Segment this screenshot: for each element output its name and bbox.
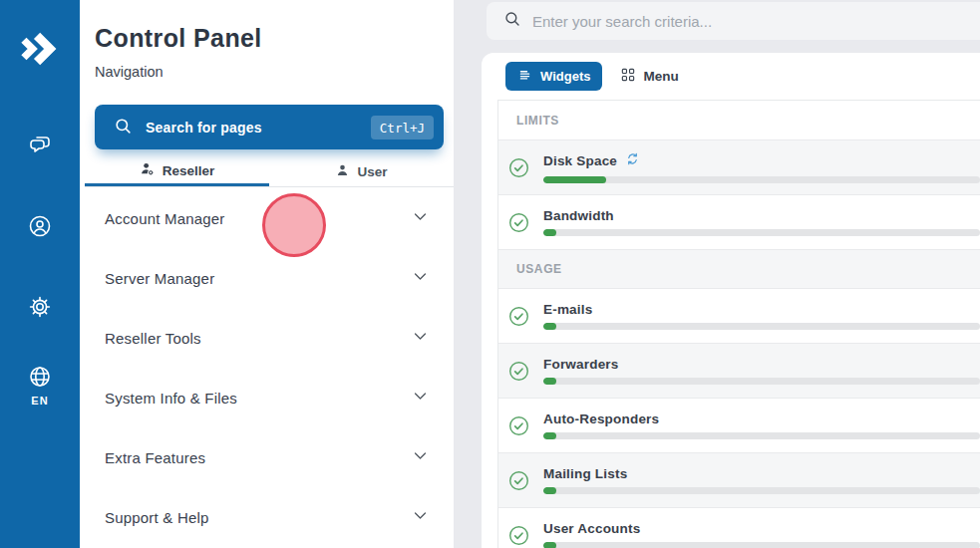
- widget-row-body: Disk Space: [543, 151, 980, 183]
- widget-label: Forwarders: [543, 357, 619, 372]
- widgets-view-label: Widgets: [540, 69, 590, 84]
- settings-icon[interactable]: [28, 295, 52, 319]
- search-criteria-input[interactable]: [532, 13, 980, 30]
- page: EN Control Panel Navigation Search for p…: [0, 0, 980, 548]
- nav-menu-item[interactable]: Support & Help: [85, 487, 454, 547]
- widget-row-body: Bandwidth: [543, 208, 980, 236]
- tab-reseller-label: Reseller: [163, 163, 215, 178]
- progress-fill: [543, 542, 556, 548]
- progress-track: [543, 487, 980, 494]
- search-pages-button[interactable]: Search for pages Ctrl+J: [95, 105, 444, 149]
- check-circle-icon: [508, 157, 529, 178]
- progress-track: [543, 432, 980, 439]
- nav-menu-item-label: Account Manager: [105, 210, 225, 227]
- user-person-icon: [335, 163, 350, 181]
- navigation-panel: Control Panel Navigation Search for page…: [80, 0, 454, 548]
- messages-icon[interactable]: [28, 134, 52, 157]
- widget-row-body: Forwarders: [543, 357, 980, 385]
- nav-menu-item-label: Support & Help: [105, 509, 209, 526]
- chevron-down-icon: [412, 268, 429, 289]
- content-panel: Widgets Menu LIMITSDisk SpaceBandwidthUS…: [480, 0, 980, 548]
- progress-track: [543, 229, 980, 236]
- widget-row[interactable]: Bandwidth: [498, 194, 980, 249]
- widget-row[interactable]: Mailing Lists: [498, 452, 980, 507]
- progress-track: [543, 176, 980, 183]
- account-icon[interactable]: [28, 214, 52, 238]
- progress-fill: [543, 229, 556, 236]
- nav-menu-item-label: System Info & Files: [105, 390, 237, 407]
- progress-track: [543, 323, 980, 330]
- chevron-down-icon: [412, 388, 429, 409]
- nav-menu-item[interactable]: Reseller Tools: [85, 308, 454, 368]
- nav-menu-item[interactable]: Extra Features: [85, 427, 454, 487]
- page-subtitle: Navigation: [95, 64, 163, 80]
- section-header: LIMITS: [498, 101, 980, 139]
- language-code-label[interactable]: EN: [0, 395, 80, 407]
- content-search-bar: [487, 2, 980, 40]
- widget-label: Disk Space: [543, 153, 617, 168]
- widget-label: Bandwidth: [543, 208, 614, 223]
- tab-reseller[interactable]: Reseller: [85, 157, 269, 186]
- grid-icon: [620, 67, 636, 86]
- list-icon: [517, 68, 532, 86]
- widget-row-body: User Accounts: [543, 521, 980, 548]
- search-icon: [503, 10, 521, 32]
- check-circle-icon: [508, 415, 529, 436]
- progress-fill: [543, 176, 606, 183]
- language-globe-icon[interactable]: [28, 365, 52, 389]
- widget-label: E-mails: [543, 302, 592, 317]
- dashboard-card: Widgets Menu LIMITSDisk SpaceBandwidthUS…: [482, 53, 980, 548]
- account-tabs: Reseller User: [85, 157, 454, 187]
- app-logo-icon[interactable]: [21, 28, 59, 74]
- icon-rail: EN: [0, 0, 80, 548]
- widget-row[interactable]: Forwarders: [498, 343, 980, 398]
- menu-view-label: Menu: [643, 69, 678, 84]
- chevron-down-icon: [412, 208, 429, 229]
- nav-menu-item[interactable]: Server Manager: [85, 248, 454, 308]
- nav-menu-item[interactable]: System Info & Files: [85, 368, 454, 427]
- widget-row[interactable]: Disk Space: [498, 139, 980, 194]
- chevron-down-icon: [412, 328, 429, 349]
- widget-row-body: Mailing Lists: [543, 466, 980, 494]
- widget-label: User Accounts: [543, 521, 640, 536]
- check-circle-icon: [508, 525, 529, 546]
- view-toggle: Widgets Menu: [505, 62, 679, 91]
- widget-row[interactable]: E-mails: [498, 288, 980, 343]
- check-circle-icon: [508, 361, 529, 382]
- click-indicator: [262, 193, 326, 257]
- reseller-person-gear-icon: [140, 161, 156, 180]
- page-title: Control Panel: [95, 24, 262, 53]
- tab-user-label: User: [357, 164, 387, 179]
- chevron-down-icon: [412, 507, 429, 528]
- nav-menu-item-label: Extra Features: [105, 449, 205, 466]
- widget-label: Mailing Lists: [543, 466, 627, 481]
- search-shortcut-badge: Ctrl+J: [371, 116, 434, 139]
- search-pages-label: Search for pages: [146, 120, 262, 136]
- widget-row-body: Auto-Responders: [543, 411, 980, 439]
- nav-menu-item-label: Server Manager: [105, 270, 214, 287]
- widget-list: LIMITSDisk SpaceBandwidthUSAGEE-mailsFor…: [497, 100, 980, 548]
- tab-user[interactable]: User: [269, 157, 454, 186]
- widget-label: Auto-Responders: [543, 411, 659, 426]
- check-circle-icon: [508, 212, 529, 233]
- search-icon: [114, 117, 133, 138]
- check-circle-icon: [508, 306, 529, 327]
- menu-view-button[interactable]: Menu: [620, 67, 678, 86]
- progress-track: [543, 542, 980, 548]
- widget-row[interactable]: User Accounts: [498, 507, 980, 548]
- progress-fill: [543, 323, 556, 330]
- chevron-down-icon: [412, 447, 429, 468]
- nav-menu-item-label: Reseller Tools: [105, 330, 201, 347]
- widget-row[interactable]: Auto-Responders: [498, 398, 980, 452]
- widgets-view-button[interactable]: Widgets: [505, 62, 602, 91]
- progress-fill: [543, 487, 556, 494]
- check-circle-icon: [508, 470, 529, 491]
- refresh-icon[interactable]: [625, 151, 640, 170]
- widget-row-body: E-mails: [543, 302, 980, 330]
- progress-fill: [543, 378, 556, 385]
- progress-track: [543, 378, 980, 385]
- progress-fill: [543, 432, 556, 439]
- section-header: USAGE: [498, 249, 980, 288]
